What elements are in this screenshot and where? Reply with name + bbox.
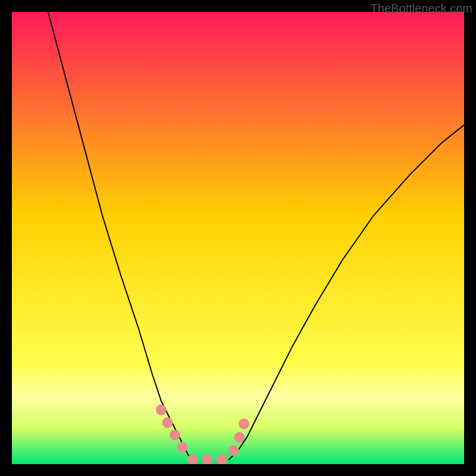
watermark-text: TheBottleneck.com xyxy=(371,2,472,15)
chart-background xyxy=(12,12,464,464)
chart-svg xyxy=(12,12,464,464)
chart-plot-area xyxy=(12,12,464,464)
